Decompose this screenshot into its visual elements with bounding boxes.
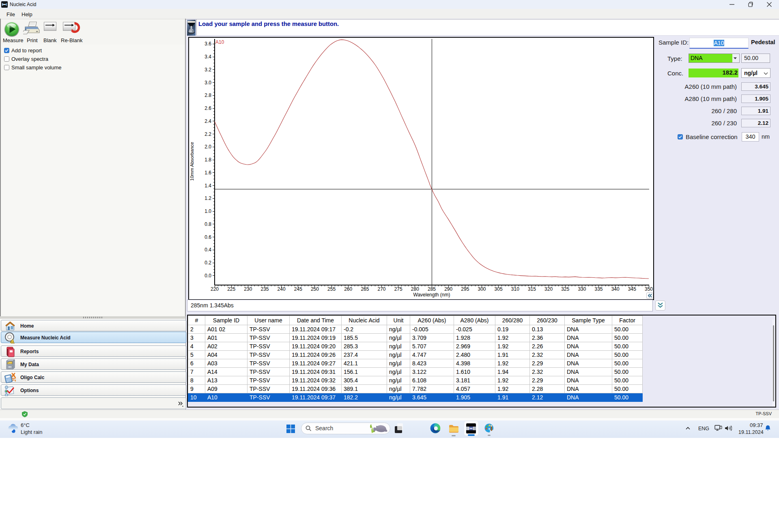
svg-text:225: 225 [227,286,235,292]
svg-text:0.0: 0.0 [204,273,211,279]
svg-text:Wavelength (nm): Wavelength (nm) [413,292,450,298]
svg-text:2.4: 2.4 [204,118,211,124]
svg-text:320: 320 [544,286,553,292]
svg-text:235: 235 [260,286,269,292]
svg-text:250: 250 [311,286,319,292]
svg-text:0.4: 0.4 [204,247,211,253]
svg-text:3.0: 3.0 [204,80,211,86]
svg-text:335: 335 [594,286,603,292]
svg-text:300: 300 [478,286,486,292]
svg-text:290: 290 [444,286,452,292]
svg-text:2.8: 2.8 [204,92,211,98]
svg-text:1.4: 1.4 [204,183,211,189]
svg-text:270: 270 [377,286,385,292]
svg-text:2.6: 2.6 [204,105,211,111]
svg-text:340: 340 [611,286,620,292]
svg-text:0.8: 0.8 [204,221,211,227]
svg-text:3.6: 3.6 [204,41,211,47]
svg-text:A10: A10 [215,39,224,45]
svg-text:1.6: 1.6 [204,170,211,176]
svg-text:295: 295 [461,286,469,292]
svg-text:245: 245 [294,286,302,292]
svg-text:0.2: 0.2 [204,260,211,266]
svg-text:1.2: 1.2 [204,195,211,201]
svg-text:285: 285 [428,286,436,292]
svg-text:255: 255 [327,286,336,292]
svg-text:2.0: 2.0 [204,144,211,150]
svg-text:345: 345 [628,286,636,292]
svg-text:240: 240 [278,286,286,292]
svg-text:260: 260 [344,286,352,292]
svg-text:305: 305 [495,286,503,292]
svg-text:3.4: 3.4 [204,54,211,60]
svg-text:330: 330 [578,286,586,292]
svg-text:230: 230 [244,286,252,292]
svg-text:315: 315 [528,286,536,292]
svg-text:2.2: 2.2 [204,131,211,137]
svg-text:310: 310 [511,286,519,292]
svg-text:220: 220 [211,286,219,292]
svg-text:1.0: 1.0 [204,208,211,214]
svg-text:0.6: 0.6 [204,234,211,240]
svg-text:275: 275 [394,286,402,292]
svg-text:280: 280 [411,286,419,292]
svg-text:265: 265 [361,286,369,292]
svg-text:3.2: 3.2 [204,67,211,73]
svg-text:10mm Absorbance: 10mm Absorbance [189,142,194,181]
svg-text:325: 325 [561,286,569,292]
svg-text:350: 350 [645,286,653,292]
svg-text:1.8: 1.8 [204,157,211,163]
